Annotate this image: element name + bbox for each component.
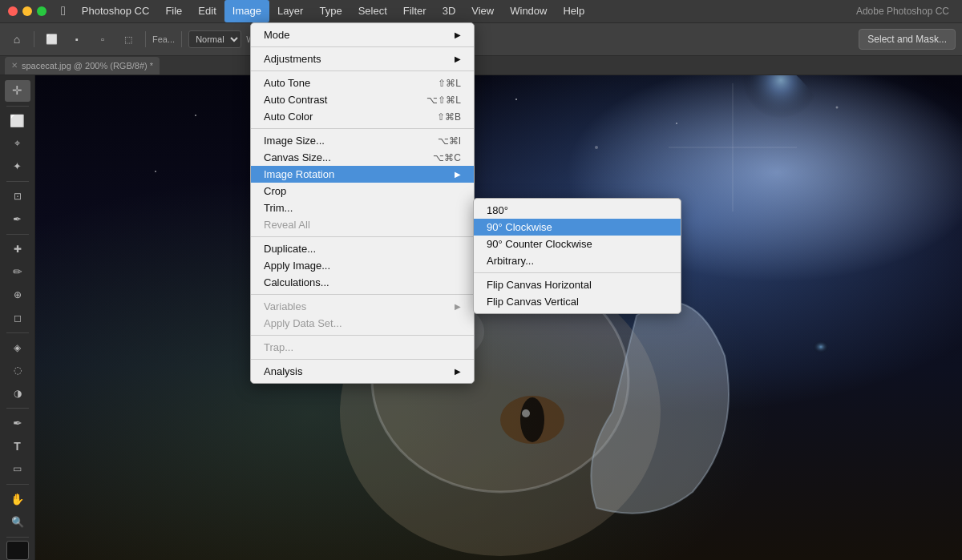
menu-item-crop[interactable]: Crop [251, 183, 474, 199]
pen-tool[interactable]: ✒ [5, 413, 30, 434]
menu-item-duplicate[interactable]: Duplicate... [251, 240, 474, 257]
feather-label: Fea... [152, 34, 175, 44]
shape-tool[interactable]: ▭ [5, 458, 30, 480]
svg-point-4 [836, 107, 839, 109]
tool-sep-4 [6, 332, 29, 333]
menu-sep-5 [251, 294, 474, 295]
marquee-tool[interactable]: ⬜ [5, 110, 30, 131]
menu-item-3d[interactable]: 3D [435, 0, 464, 22]
submenu-item-flip-h[interactable]: Flip Canvas Horizontal [474, 276, 681, 293]
magic-wand-tool[interactable]: ✦ [5, 155, 30, 177]
move-tool[interactable]: ✛ [5, 80, 30, 102]
tool-option-1[interactable]: ▪ [67, 29, 87, 50]
menu-item-image[interactable]: Image [224, 0, 269, 22]
tool-sep-5 [6, 408, 29, 409]
menu-item-mode[interactable]: Mode ▶ [251, 26, 474, 43]
menu-sep-2 [251, 71, 474, 71]
menu-item-photoshop[interactable]: Photoshop CC [74, 0, 158, 22]
adjustments-arrow-icon: ▶ [455, 54, 461, 63]
menubar:  Photoshop CC File Edit Image Layer Typ… [46, 0, 592, 22]
maximize-button[interactable] [37, 6, 46, 16]
blend-mode-select[interactable]: Normal [188, 30, 241, 48]
heal-tool[interactable]: ✚ [5, 239, 30, 260]
menu-item-trim[interactable]: Trim... [251, 199, 474, 216]
menu-item-view[interactable]: View [463, 0, 502, 22]
text-tool[interactable]: T [5, 436, 30, 457]
menu-item-apply-data-set: Apply Data Set... [251, 315, 474, 332]
menu-item-auto-contrast[interactable]: Auto Contrast ⌥⇧⌘L [251, 91, 474, 108]
lasso-tool[interactable]: ⌖ [5, 133, 30, 155]
tab-filename: spacecat.jpg @ 200% (RGB/8#) * [22, 61, 153, 71]
tool-sep-6 [6, 484, 29, 485]
clone-tool[interactable]: ⊕ [5, 284, 30, 306]
auto-contrast-shortcut: ⌥⇧⌘L [410, 95, 461, 106]
mode-arrow-icon: ▶ [455, 30, 461, 39]
menu-item-adjustments[interactable]: Adjustments ▶ [251, 50, 474, 67]
rotation-sep-1 [474, 272, 681, 273]
canvas-area [35, 75, 962, 560]
tab-close-icon[interactable]: ✕ [11, 61, 18, 70]
apple-menu[interactable]:  [53, 0, 74, 22]
menu-item-auto-tone[interactable]: Auto Tone ⇧⌘L [251, 75, 474, 91]
menu-item-auto-color[interactable]: Auto Color ⇧⌘B [251, 108, 474, 125]
menu-sep-7 [251, 359, 474, 360]
auto-tone-shortcut: ⇧⌘L [422, 78, 461, 89]
variables-arrow-icon: ▶ [455, 302, 461, 311]
menu-item-help[interactable]: Help [555, 0, 592, 22]
menu-sep-6 [251, 335, 474, 336]
svg-point-7 [595, 146, 598, 149]
title-bar:  Photoshop CC File Edit Image Layer Typ… [0, 0, 962, 22]
minimize-button[interactable] [22, 6, 32, 16]
dodge-tool[interactable]: ◑ [5, 383, 30, 405]
menu-item-calculations[interactable]: Calculations... [251, 274, 474, 291]
marquee-tool-icon[interactable]: ⬜ [41, 29, 62, 50]
toolbar-sep-3 [181, 31, 182, 47]
svg-point-15 [522, 409, 530, 417]
menu-item-variables: Variables ▶ [251, 298, 474, 315]
svg-point-5 [155, 171, 156, 172]
submenu-item-180[interactable]: 180° [474, 202, 681, 219]
foreground-color[interactable] [6, 541, 29, 560]
submenu-item-90ccw[interactable]: 90° Counter Clockwise [474, 236, 681, 252]
menu-item-file[interactable]: File [157, 0, 190, 22]
home-icon[interactable]: ⌂ [6, 29, 27, 50]
menu-item-edit[interactable]: Edit [190, 0, 224, 22]
blur-tool[interactable]: ◌ [5, 360, 30, 381]
crop-tool[interactable]: ⊡ [5, 186, 30, 207]
traffic-lights [0, 6, 46, 16]
submenu-item-arbitrary[interactable]: Arbitrary... [474, 252, 681, 269]
svg-point-0 [195, 115, 196, 116]
tab-bar: ✕ spacecat.jpg @ 200% (RGB/8#) * [0, 56, 962, 75]
menu-item-analysis[interactable]: Analysis ▶ [251, 363, 474, 380]
submenu-item-90cw[interactable]: 90° Clockwise [474, 219, 681, 236]
document-tab[interactable]: ✕ spacecat.jpg @ 200% (RGB/8#) * [5, 57, 160, 75]
svg-point-14 [520, 397, 544, 442]
hand-tool[interactable]: ✋ [5, 488, 30, 510]
brush-tool[interactable]: ✏ [5, 261, 30, 283]
eyedropper-tool[interactable]: ✒ [5, 208, 30, 230]
select-mask-button[interactable]: Select and Mask... [859, 29, 956, 50]
menu-item-trap: Trap... [251, 339, 474, 356]
image-rotation-arrow-icon: ▶ [455, 170, 461, 179]
menu-item-image-rotation[interactable]: Image Rotation ▶ [251, 166, 474, 183]
gradient-tool[interactable]: ◈ [5, 337, 30, 359]
menu-sep-3 [251, 128, 474, 129]
menu-item-layer[interactable]: Layer [269, 0, 312, 22]
tool-option-3[interactable]: ⬚ [118, 29, 139, 50]
tool-option-2[interactable]: ▫ [92, 29, 113, 50]
canvas-image [35, 75, 962, 560]
eraser-tool[interactable]: ◻ [5, 307, 30, 328]
menu-item-window[interactable]: Window [502, 0, 555, 22]
menu-item-canvas-size[interactable]: Canvas Size... ⌥⌘C [251, 149, 474, 166]
zoom-tool[interactable]: 🔍 [5, 511, 30, 533]
analysis-arrow-icon: ▶ [455, 367, 461, 376]
menu-item-apply-image[interactable]: Apply Image... [251, 257, 474, 274]
menu-item-select[interactable]: Select [350, 0, 395, 22]
toolbar-sep-2 [145, 31, 146, 47]
menu-item-image-size[interactable]: Image Size... ⌥⌘I [251, 132, 474, 149]
tool-sep-7 [6, 537, 29, 538]
close-button[interactable] [8, 6, 18, 16]
menu-item-filter[interactable]: Filter [395, 0, 435, 22]
submenu-item-flip-v[interactable]: Flip Canvas Vertical [474, 293, 681, 310]
menu-item-type[interactable]: Type [311, 0, 350, 22]
